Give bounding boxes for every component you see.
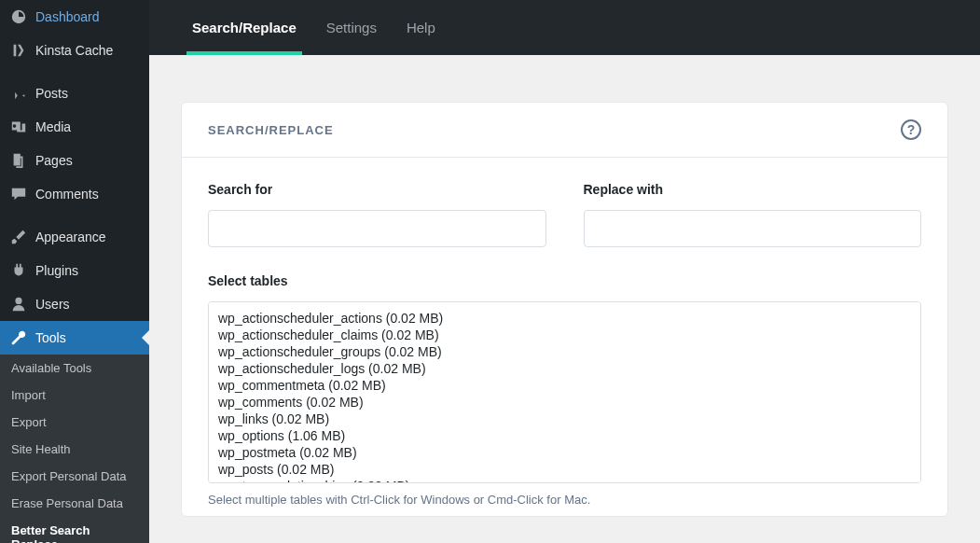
pin-icon (9, 84, 28, 103)
replace-with-label: Replace with (584, 182, 922, 197)
plug-icon (9, 261, 28, 280)
sidebar-item-media[interactable]: Media (0, 110, 149, 144)
table-option[interactable]: wp_actionscheduler_logs (0.02 MB) (216, 360, 913, 377)
sidebar-item-label: Media (35, 119, 71, 134)
sidebar-item-comments[interactable]: Comments (0, 177, 149, 211)
select-tables[interactable]: wp_actionscheduler_actions (0.02 MB)wp_a… (208, 301, 921, 483)
media-icon (9, 118, 28, 136)
table-option[interactable]: wp_actionscheduler_groups (0.02 MB) (216, 343, 913, 360)
card-title: SEARCH/REPLACE (208, 123, 334, 137)
subitem-export[interactable]: Export (0, 409, 149, 436)
search-for-input[interactable] (208, 210, 546, 247)
kinsta-icon (9, 41, 28, 60)
select-tables-hint: Select multiple tables with Ctrl-Click f… (208, 493, 921, 507)
tools-submenu: Available Tools Import Export Site Healt… (0, 355, 149, 543)
sidebar-item-label: Kinsta Cache (35, 43, 113, 58)
sidebar-item-kinsta-cache[interactable]: Kinsta Cache (0, 34, 149, 67)
sidebar-item-label: Comments (35, 187, 99, 202)
subitem-export-personal-data[interactable]: Export Personal Data (0, 463, 149, 490)
tab-search-replace[interactable]: Search/Replace (177, 0, 311, 55)
table-option[interactable]: wp_posts (0.02 MB) (216, 461, 913, 478)
admin-sidebar: Dashboard Kinsta Cache Posts Media Pages… (0, 0, 149, 543)
select-tables-label: Select tables (208, 273, 921, 288)
table-option[interactable]: wp_term_relationships (0.02 MB) (216, 478, 913, 483)
comment-icon (9, 185, 28, 203)
replace-with-input[interactable] (584, 210, 922, 247)
subitem-erase-personal-data[interactable]: Erase Personal Data (0, 490, 149, 517)
sidebar-item-label: Appearance (35, 230, 106, 244)
sidebar-item-label: Pages (35, 153, 73, 168)
sidebar-item-dashboard[interactable]: Dashboard (0, 0, 149, 34)
tab-settings[interactable]: Settings (311, 0, 392, 55)
table-option[interactable]: wp_options (1.06 MB) (216, 427, 913, 444)
table-option[interactable]: wp_actionscheduler_actions (0.02 MB) (216, 310, 913, 327)
subitem-available-tools[interactable]: Available Tools (0, 355, 149, 382)
subitem-better-search-replace[interactable]: Better Search Replace (0, 517, 149, 543)
plugin-tabbar: Search/Replace Settings Help (149, 0, 980, 55)
dashboard-icon (9, 7, 28, 26)
table-option[interactable]: wp_links (0.02 MB) (216, 411, 913, 427)
user-icon (9, 295, 28, 313)
table-option[interactable]: wp_comments (0.02 MB) (216, 394, 913, 411)
sidebar-item-label: Posts (35, 86, 68, 101)
subitem-import[interactable]: Import (0, 382, 149, 409)
help-icon[interactable]: ? (901, 119, 921, 140)
table-option[interactable]: wp_commentmeta (0.02 MB) (216, 377, 913, 394)
sidebar-item-label: Plugins (35, 263, 78, 278)
sidebar-item-pages[interactable]: Pages (0, 144, 149, 177)
brush-icon (9, 228, 28, 246)
main-content: Search/Replace Settings Help SEARCH/REPL… (149, 0, 980, 543)
sidebar-item-label: Tools (35, 330, 66, 345)
sidebar-item-posts[interactable]: Posts (0, 77, 149, 110)
tab-help[interactable]: Help (392, 0, 450, 55)
table-option[interactable]: wp_actionscheduler_claims (0.02 MB) (216, 327, 913, 343)
search-for-label: Search for (208, 182, 546, 197)
sidebar-item-label: Dashboard (35, 9, 100, 24)
sidebar-item-users[interactable]: Users (0, 287, 149, 321)
pages-icon (9, 151, 28, 170)
wrench-icon (9, 328, 28, 347)
search-replace-card: SEARCH/REPLACE ? Search for Replace with… (181, 102, 948, 517)
table-option[interactable]: wp_postmeta (0.02 MB) (216, 444, 913, 461)
sidebar-item-appearance[interactable]: Appearance (0, 220, 149, 254)
sidebar-item-label: Users (35, 297, 70, 312)
subitem-site-health[interactable]: Site Health (0, 436, 149, 463)
sidebar-item-plugins[interactable]: Plugins (0, 254, 149, 287)
sidebar-item-tools[interactable]: Tools (0, 321, 149, 355)
